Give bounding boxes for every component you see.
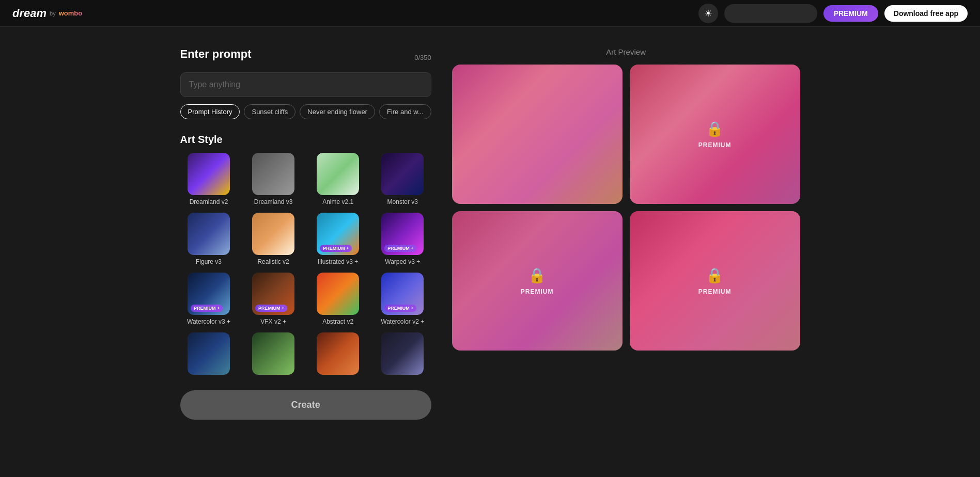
style-item-name: Abstract v2 (322, 318, 353, 325)
theme-toggle-button[interactable]: ☀ (698, 4, 718, 23)
preview-cell: 🔒PREMIUM (630, 65, 800, 204)
style-item[interactable]: PREMIUM +Illustrated v3 + (309, 213, 367, 265)
logo-wombo: wombo (59, 9, 83, 17)
premium-badge: PREMIUM + (384, 245, 416, 252)
preview-cell: 🔒PREMIUM (452, 211, 623, 351)
chip-sunset-cliffs[interactable]: Sunset cliffs (244, 104, 295, 119)
style-item[interactable] (309, 332, 367, 375)
style-item-name: Realistic v2 (257, 258, 289, 265)
prompt-header: Enter prompt 0/350 (180, 47, 431, 67)
premium-button[interactable]: PREMIUM (823, 5, 878, 22)
style-item[interactable]: Anime v2.1 (309, 153, 367, 205)
style-item-name: Warped v3 + (385, 258, 420, 265)
style-item[interactable]: Monster v3 (374, 153, 431, 205)
header: dream by wombo ☀ PREMIUM Download free a… (0, 0, 980, 27)
lock-icon: 🔒 (528, 267, 546, 284)
right-panel: Art Preview 🔒PREMIUM🔒PREMIUM🔒PREMIUM (452, 47, 800, 420)
preview-cell: 🔒PREMIUM (630, 211, 800, 351)
lock-icon: 🔒 (706, 267, 724, 284)
logo: dream by wombo (12, 7, 82, 20)
chip-fire-and-w[interactable]: Fire and w... (379, 104, 431, 119)
main-content: Enter prompt 0/350 Prompt History Sunset… (129, 27, 852, 440)
style-item[interactable] (374, 332, 431, 375)
logo-dream: dream (12, 7, 46, 20)
style-item-name: Figure v3 (196, 258, 222, 265)
premium-badge: PREMIUM + (191, 305, 223, 312)
prompt-section-label: Enter prompt (180, 47, 252, 61)
style-item-name: Monster v3 (387, 198, 418, 205)
lock-icon: 🔒 (706, 120, 724, 137)
style-item[interactable]: PREMIUM +Warped v3 + (374, 213, 431, 265)
style-item[interactable] (180, 332, 238, 375)
style-item-name: Anime v2.1 (322, 198, 353, 205)
download-app-button[interactable]: Download free app (884, 5, 968, 22)
header-right: ☀ PREMIUM Download free app (698, 4, 968, 23)
preview-cell (452, 65, 623, 204)
style-item[interactable]: Dreamland v3 (245, 153, 302, 205)
style-item[interactable]: PREMIUM +Watercolor v3 + (180, 273, 238, 325)
style-item-name: Watercolor v3 + (187, 318, 230, 325)
style-item-name: Illustrated v3 + (318, 258, 358, 265)
style-item-name: Watercolor v2 + (381, 318, 424, 325)
premium-badge: PREMIUM + (320, 245, 352, 252)
style-item[interactable]: Abstract v2 (309, 273, 367, 325)
style-item[interactable]: Realistic v2 (245, 213, 302, 265)
prompt-input[interactable] (180, 72, 431, 97)
preview-premium-label: PREMIUM (521, 288, 554, 295)
style-item-name: Dreamland v2 (190, 198, 228, 205)
preview-premium-label: PREMIUM (698, 288, 732, 295)
preview-grid: 🔒PREMIUM🔒PREMIUM🔒PREMIUM (452, 65, 800, 351)
style-item[interactable]: PREMIUM +Watercolor v2 + (374, 273, 431, 325)
style-grid: Dreamland v2Dreamland v3Anime v2.1Monste… (180, 153, 431, 375)
style-item[interactable]: PREMIUM +VFX v2 + (245, 273, 302, 325)
char-count: 0/350 (414, 54, 431, 61)
create-button[interactable]: Create (180, 390, 431, 420)
premium-badge: PREMIUM + (384, 305, 416, 312)
preview-premium-label: PREMIUM (698, 141, 732, 149)
style-item-name: Dreamland v3 (254, 198, 293, 205)
chip-prompt-history[interactable]: Prompt History (180, 104, 240, 119)
style-item[interactable]: Figure v3 (180, 213, 238, 265)
art-style-label: Art Style (180, 134, 431, 146)
search-input[interactable] (724, 4, 817, 23)
chips-row: Prompt History Sunset cliffs Never endin… (180, 104, 431, 119)
style-item[interactable] (245, 332, 302, 375)
premium-badge: PREMIUM + (255, 305, 287, 312)
style-item-name: VFX v2 + (260, 318, 286, 325)
logo-by: by (50, 10, 56, 17)
style-item[interactable]: Dreamland v2 (180, 153, 238, 205)
art-preview-label: Art Preview (452, 47, 800, 56)
left-panel: Enter prompt 0/350 Prompt History Sunset… (180, 47, 431, 420)
chip-never-ending-flower[interactable]: Never ending flower (300, 104, 375, 119)
